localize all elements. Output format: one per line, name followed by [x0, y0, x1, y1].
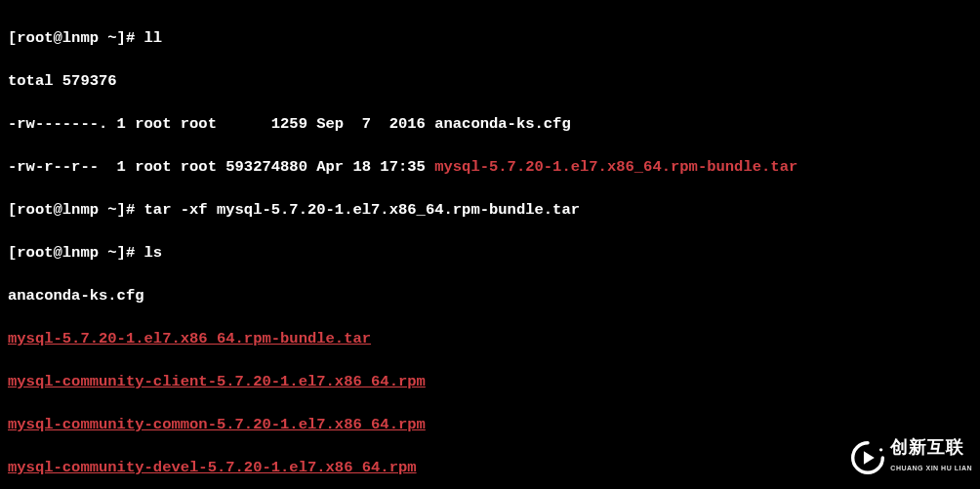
- terminal-line: -rw-r--r-- 1 root root 593274880 Apr 18 …: [8, 156, 972, 178]
- terminal-line: mysql-community-devel-5.7.20-1.el7.x86_6…: [8, 457, 972, 478]
- watermark-title: 创新互联: [890, 436, 972, 458]
- watermark-subtitle: CHUANG XIN HU LIAN: [890, 458, 972, 479]
- svg-point-0: [879, 448, 882, 451]
- file-name: mysql-5.7.20-1.el7.x86_64.rpm-bundle.tar: [434, 158, 797, 176]
- file-name: mysql-community-client-5.7.20-1.el7.x86_…: [8, 373, 426, 390]
- file-name: mysql-community-common-5.7.20-1.el7.x86_…: [8, 416, 426, 433]
- command-text: tar -xf mysql-5.7.20-1.el7.x86_64.rpm-bu…: [144, 201, 580, 219]
- terminal-line: [root@lnmp ~]# tar -xf mysql-5.7.20-1.el…: [8, 199, 972, 221]
- terminal-line: [root@lnmp ~]# ll: [8, 27, 972, 49]
- shell-prompt: [root@lnmp ~]#: [8, 201, 144, 219]
- watermark: 创新互联 CHUANG XIN HU LIAN: [851, 436, 972, 479]
- command-text: ll: [144, 29, 163, 47]
- terminal-line: -rw-------. 1 root root 1259 Sep 7 2016 …: [8, 113, 972, 135]
- command-text: ls: [144, 244, 163, 262]
- terminal-line: mysql-community-client-5.7.20-1.el7.x86_…: [8, 371, 972, 392]
- file-name: mysql-community-devel-5.7.20-1.el7.x86_6…: [8, 459, 417, 476]
- terminal-line: mysql-community-common-5.7.20-1.el7.x86_…: [8, 414, 972, 435]
- file-name: mysql-5.7.20-1.el7.x86_64.rpm-bundle.tar: [8, 330, 371, 347]
- terminal-line: mysql-5.7.20-1.el7.x86_64.rpm-bundle.tar: [8, 328, 972, 349]
- logo-icon: [851, 441, 884, 474]
- terminal-line: anaconda-ks.cfg: [8, 285, 972, 306]
- terminal-line: total 579376: [8, 70, 972, 92]
- shell-prompt: [root@lnmp ~]#: [8, 29, 144, 47]
- file-meta: -rw-r--r-- 1 root root 593274880 Apr 18 …: [8, 158, 434, 176]
- terminal-output[interactable]: [root@lnmp ~]# ll total 579376 -rw------…: [0, 0, 980, 489]
- shell-prompt: [root@lnmp ~]#: [8, 244, 144, 262]
- terminal-line: [root@lnmp ~]# ls: [8, 242, 972, 264]
